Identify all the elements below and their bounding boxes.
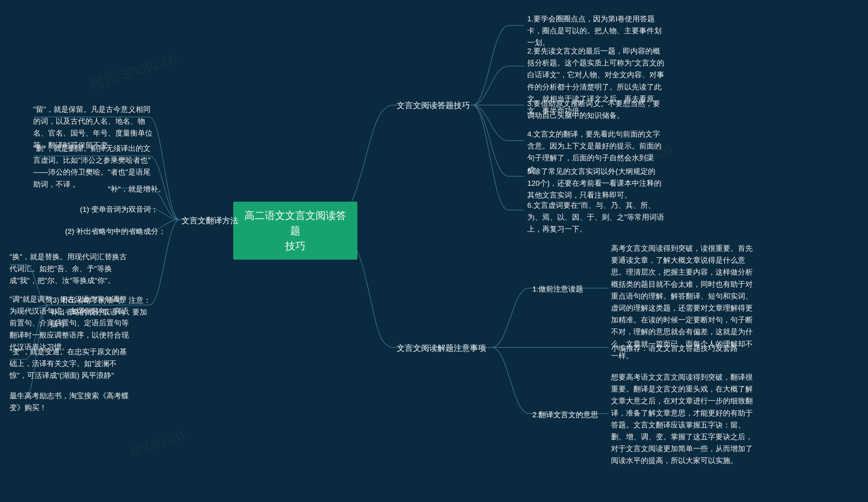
leaf-l-6-c3[interactable]: "变"，就是变通。在忠实于原文的基础上，活译有关文字。如"波澜不惊"，可活译成"…: [10, 346, 132, 382]
leaf-l-6-c4[interactable]: 最牛高考励志书，淘宝搜索《高考蝶变》购买！: [10, 390, 132, 414]
root-title-line2: 技巧: [285, 240, 306, 251]
leaf-r1-6[interactable]: 6.文言虚词要在"而、与、乃、其、所、为、焉、以、因、于、则、之"等常用词语上，…: [527, 199, 666, 235]
leaf-r1-5[interactable]: 5.除了常见的文言实词以外(大纲规定的120个)，还要在考前看一看课本中注释的其…: [527, 165, 666, 201]
leaf-r2-1-label[interactable]: 1.做前注意读题: [532, 283, 583, 295]
branch-left-1[interactable]: 文言文翻译方法: [182, 214, 238, 227]
watermark: 树图 shutu.cn: [87, 48, 179, 94]
leaf-l-3[interactable]: "补"，就是增补。: [108, 183, 165, 195]
leaf-r2-3-label[interactable]: 2.翻译文言文的意思: [532, 409, 598, 421]
leaf-l-6-c1[interactable]: "换"，就是替换。用现代词汇替换古代词汇。如把"吾、余、予"等换成"我"，把"尔…: [10, 251, 132, 287]
watermark: shutu.cn: [127, 426, 186, 459]
mindmap-canvas: 树图 shutu.cn 树图 shutu.cn shutu.cn shutu.c…: [0, 0, 868, 502]
leaf-r1-1[interactable]: 1.要学会圈圈点点，因为第I卷使用答题卡，圈点是可以的。把人物、主要事件划一划。: [527, 13, 666, 49]
leaf-l-6-c2[interactable]: "调"就是调整。把古汉语倒装句调整为现代汉语句式。主谓倒装句、宾语前置句、介宾后…: [10, 293, 132, 353]
leaf-l-5[interactable]: (2) 补出省略句中的省略成分；: [65, 226, 166, 237]
root-node[interactable]: 高二语文文言文阅读答题 技巧: [233, 202, 358, 260]
branch-right-2[interactable]: 文言文阅读解题注意事项: [397, 342, 486, 355]
leaf-l-4[interactable]: (1) 变单音词为双音词；: [80, 203, 158, 215]
leaf-r2-2-text[interactable]: 小编推荐：语文文言文答题技巧及套路: [611, 342, 738, 354]
root-title-line1: 高二语文文言文阅读答题: [245, 210, 346, 236]
leaf-r2-3-text[interactable]: 想要高考语文文言文阅读得到突破，翻译很重要。翻译是文言文的重头戏，在大概了解文章…: [611, 371, 757, 467]
leaf-r1-3[interactable]: 3.要借助原文推断词义。不要想当然，要调动自己头脑中的知识储备。: [527, 98, 666, 121]
branch-right-1[interactable]: 文言文阅读答题技巧: [397, 99, 470, 112]
